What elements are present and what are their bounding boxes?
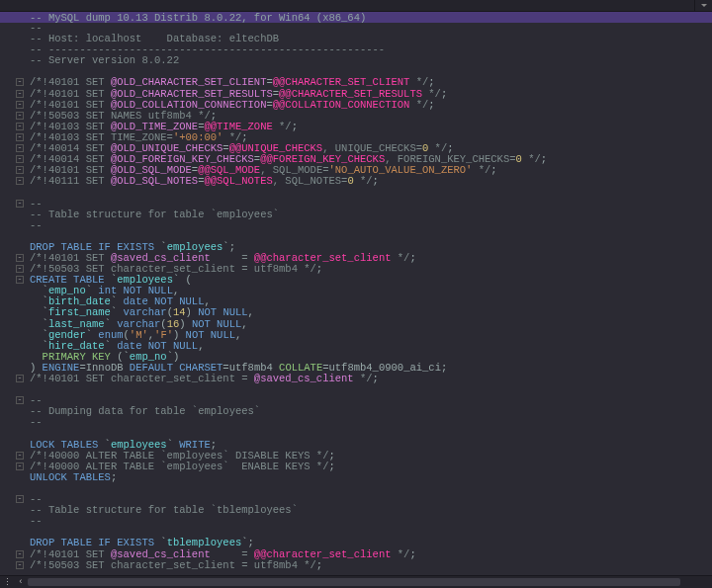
code-token: , — [241, 318, 247, 330]
fold-icon[interactable] — [16, 550, 24, 558]
code-token: */ — [391, 548, 409, 560]
code-line[interactable]: /*!40101 SET character_set_client = @sav… — [30, 374, 712, 384]
toolbar-dropdown-icon[interactable] — [694, 0, 712, 11]
code-token: ; — [428, 99, 434, 111]
code-line[interactable]: -- — [30, 516, 712, 527]
code-token: ; — [111, 471, 117, 483]
code-token: -- Table structure for table `employees` — [30, 209, 279, 220]
code-token: */ — [273, 121, 292, 132]
fold-icon[interactable] — [16, 396, 24, 404]
code-token: */ — [522, 153, 541, 165]
code-editor[interactable]: ---- Host: localhost Database: eltechDB-… — [0, 23, 712, 576]
fold-icon[interactable] — [16, 177, 24, 185]
code-token: ; — [373, 175, 379, 187]
bottom-bar: ⋮ ‹ — [0, 575, 712, 588]
code-token: , — [235, 329, 241, 341]
code-token: , — [198, 340, 204, 352]
code-line[interactable]: UNLOCK TABLES; — [30, 472, 712, 483]
code-token: UNLOCK TABLES — [30, 471, 111, 483]
fold-icon[interactable] — [16, 375, 24, 382]
code-token: ; — [541, 153, 547, 165]
code-token: , SQL_NOTES= — [273, 175, 348, 187]
fold-icon[interactable] — [16, 265, 24, 273]
fold-icon[interactable] — [16, 144, 24, 152]
code-token: ; — [328, 461, 334, 472]
code-token: */ — [354, 373, 373, 384]
fold-icon[interactable] — [16, 133, 24, 141]
code-token: /*!40101 SET character_set_client = — [30, 373, 254, 384]
code-line[interactable] — [30, 187, 712, 198]
code-token: @OLD_SQL_NOTES — [111, 175, 198, 187]
collapse-left-icon[interactable]: ⋮ — [0, 576, 14, 589]
code-line[interactable] — [30, 483, 712, 494]
code-token: ; — [292, 121, 298, 132]
code-token: -- Table structure for table `tblemploye… — [30, 504, 298, 516]
code-line[interactable]: /*!50503 SET character_set_client = utf8… — [30, 560, 712, 571]
fold-icon[interactable] — [16, 155, 24, 163]
horizontal-scrollbar[interactable] — [28, 577, 712, 587]
code-token: ; — [490, 164, 496, 176]
top-toolbar — [0, 0, 712, 12]
fold-icon[interactable] — [16, 112, 24, 120]
fold-icon[interactable] — [16, 561, 24, 569]
fold-icon[interactable] — [16, 90, 24, 98]
code-line[interactable]: -- Dumping data for table `employees` — [30, 406, 712, 417]
code-token: , — [248, 306, 254, 318]
code-token: -- Server version 8.0.22 — [30, 54, 179, 66]
code-token: */ — [409, 99, 428, 111]
fold-icon[interactable] — [16, 166, 24, 174]
code-token: ; — [316, 559, 322, 571]
fold-icon[interactable] — [16, 276, 24, 284]
code-token: ; — [409, 548, 415, 560]
code-token: -- Dumping data for table `employees` — [30, 405, 260, 417]
code-line[interactable]: -- — [30, 220, 712, 231]
code-token: /*!50503 SET character_set_client = utf8… — [30, 559, 316, 571]
code-line[interactable]: -- — [30, 417, 712, 428]
scrollbar-thumb[interactable] — [28, 578, 680, 586]
code-line[interactable]: -- Server version 8.0.22 — [30, 55, 712, 66]
fold-icon[interactable] — [16, 101, 24, 109]
fold-icon[interactable] — [16, 452, 24, 460]
code-token: */ — [354, 175, 373, 187]
toolbar-spacer — [0, 0, 694, 11]
code-line[interactable] — [30, 384, 712, 395]
code-token: /*!40111 SET — [30, 175, 111, 187]
code-token: */ — [472, 164, 490, 176]
code-token: ; — [316, 263, 322, 275]
code-area[interactable]: ---- Host: localhost Database: eltechDB-… — [0, 23, 712, 571]
code-line[interactable]: /*!40111 SET @OLD_SQL_NOTES=@@SQL_NOTES,… — [30, 176, 712, 187]
fold-icon[interactable] — [16, 78, 24, 86]
fold-icon[interactable] — [16, 200, 24, 208]
code-token: ; — [441, 88, 447, 100]
code-token: @@SQL_NOTES — [204, 175, 272, 187]
fold-icon[interactable] — [16, 254, 24, 262]
file-header-banner: -- MySQL dump 10.13 Distrib 8.0.22, for … — [0, 12, 712, 23]
fold-icon[interactable] — [16, 123, 24, 130]
code-token: @@COLLATION_CONNECTION — [273, 99, 410, 111]
fold-icon[interactable] — [16, 495, 24, 503]
code-token: */ — [391, 252, 409, 264]
code-token: @saved_cs_client — [254, 373, 354, 384]
code-line[interactable]: -- Table structure for table `tblemploye… — [30, 505, 712, 516]
code-token: ; — [409, 252, 415, 264]
fold-icon[interactable] — [16, 462, 24, 470]
code-token: ; — [373, 373, 379, 384]
collapse-right-icon[interactable]: ‹ — [14, 576, 28, 589]
code-line[interactable]: -- Table structure for table `employees` — [30, 210, 712, 220]
code-line[interactable]: /*!40000 ALTER TABLE `employees` ENABLE … — [30, 462, 712, 472]
